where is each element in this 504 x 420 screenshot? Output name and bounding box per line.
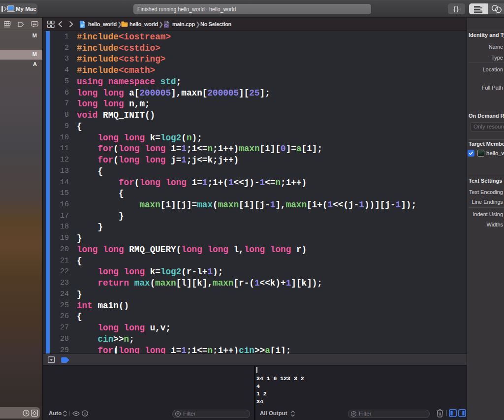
svg-text:+: +: [167, 24, 169, 28]
